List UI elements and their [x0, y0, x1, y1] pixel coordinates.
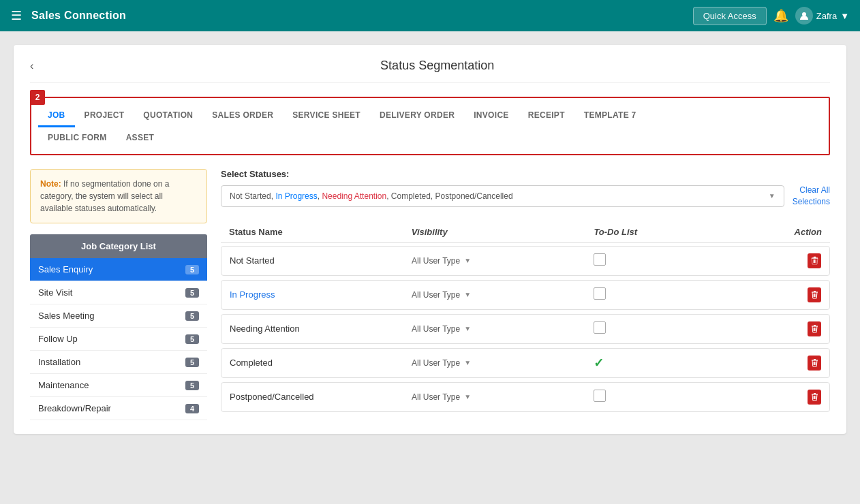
tab-public-form[interactable]: PUBLIC FORM — [38, 127, 117, 150]
category-item-follow-up[interactable]: Follow Up 5 — [30, 328, 207, 351]
tab-badge: 2 — [30, 90, 45, 105]
action-delete-completed[interactable] — [730, 356, 821, 371]
todo-checkbox-in-progress[interactable] — [594, 287, 730, 302]
user-area[interactable]: Zafra ▼ — [795, 7, 849, 25]
category-label: Site Visit — [38, 287, 72, 298]
category-badge: 5 — [185, 288, 199, 298]
visibility-dropdown-in-progress[interactable]: All User Type ▼ — [412, 290, 594, 300]
select-statuses-label: Select Statuses: — [221, 169, 830, 179]
todo-checkbox-not-started[interactable] — [594, 253, 730, 268]
status-dropdown-text: Not Started, In Progress, Needing Attent… — [230, 191, 513, 201]
visibility-chevron-icon: ▼ — [464, 291, 471, 298]
category-label: Maintenance — [38, 380, 89, 390]
col-visibility: Visibility — [412, 227, 594, 237]
table-row: Not Started All User Type ▼ — [221, 246, 830, 276]
tab-job[interactable]: JOB — [38, 105, 75, 127]
clear-all-button[interactable]: Clear AllSelections — [793, 185, 830, 208]
category-item-sales-meeting[interactable]: Sales Meeting 5 — [30, 304, 207, 328]
col-todo: To-Do List — [594, 227, 731, 237]
status-completed: Completed — [230, 358, 412, 368]
topnav: ☰ Sales Connection Quick Access 🔔 Zafra … — [0, 0, 860, 31]
back-button[interactable]: ‹ — [30, 60, 33, 72]
tab-asset[interactable]: ASSET — [117, 127, 164, 150]
category-item-site-visit[interactable]: Site Visit 5 — [30, 281, 207, 304]
category-badge: 5 — [185, 381, 199, 390]
tab-project[interactable]: PROJECT — [75, 105, 134, 127]
category-item-maintenance[interactable]: Maintenance 5 — [30, 374, 207, 397]
tab-receipt[interactable]: RECEIPT — [519, 105, 574, 127]
action-delete-postponed[interactable] — [730, 390, 821, 405]
page-header: ‹ Status Segmentation — [30, 59, 830, 83]
trash-icon — [808, 390, 821, 405]
category-item-sales-enquiry[interactable]: Sales Enquiry 5 — [30, 258, 207, 281]
visibility-dropdown-completed[interactable]: All User Type ▼ — [412, 358, 594, 368]
trash-icon — [808, 356, 821, 371]
left-panel: Note: If no segmentation done on a categ… — [30, 169, 207, 420]
table-row: Needing Attention All User Type ▼ — [221, 314, 830, 344]
status-postponed: Postponed/Cancelled — [230, 392, 412, 402]
category-badge: 5 — [185, 311, 199, 321]
notification-icon[interactable]: 🔔 — [773, 8, 788, 23]
status-not-started: Not Started — [230, 255, 412, 266]
tab-service-sheet[interactable]: SERVICE SHEET — [283, 105, 370, 127]
visibility-dropdown-needing[interactable]: All User Type ▼ — [412, 324, 594, 334]
col-status-name: Status Name — [229, 227, 412, 237]
tab-quotation[interactable]: QUOTATION — [134, 105, 202, 127]
category-item-breakdown-repair[interactable]: Breakdown/Repair 4 — [30, 397, 207, 420]
tab-invoice[interactable]: INVOICE — [464, 105, 518, 127]
table-row: In Progress All User Type ▼ — [221, 280, 830, 310]
status-needing-attention: Needing Attention — [230, 324, 412, 334]
checkbox-icon — [594, 287, 606, 300]
app-title: Sales Connection — [31, 10, 693, 22]
dropdown-chevron-icon: ▼ — [769, 192, 775, 200]
right-panel: Select Statuses: Not Started, In Progres… — [221, 169, 830, 420]
visibility-chevron-icon: ▼ — [464, 325, 471, 332]
checkbox-icon — [594, 321, 606, 334]
checkbox-icon — [594, 390, 606, 402]
checkmark-icon: ✓ — [594, 356, 604, 370]
category-item-installation[interactable]: Installation 5 — [30, 351, 207, 374]
tab-sales-order[interactable]: SALES ORDER — [202, 105, 283, 127]
visibility-label: All User Type — [412, 358, 460, 368]
category-label: Follow Up — [38, 334, 78, 344]
table-row: Postponed/Cancelled All User Type ▼ — [221, 382, 830, 412]
card: ‹ Status Segmentation 2 JOB PROJECT QUOT… — [14, 45, 846, 434]
category-label: Sales Enquiry — [38, 264, 93, 274]
page-title: Status Segmentation — [44, 59, 830, 73]
status-in-progress: In Progress — [230, 289, 412, 300]
category-label: Sales Meeting — [38, 311, 94, 321]
todo-checkbox-postponed[interactable] — [594, 390, 730, 404]
visibility-label: All User Type — [412, 392, 460, 402]
category-badge: 5 — [185, 358, 199, 367]
status-dropdown[interactable]: Not Started, In Progress, Needing Attent… — [221, 185, 784, 207]
tabs-row-2: PUBLIC FORM ASSET — [38, 127, 822, 154]
action-delete-not-started[interactable] — [730, 253, 821, 268]
tab-delivery-order[interactable]: DELIVERY ORDER — [370, 105, 464, 127]
todo-checkbox-needing[interactable] — [594, 321, 730, 336]
category-badge: 5 — [185, 265, 199, 274]
needing-attention-text: Needing Attention — [322, 191, 386, 201]
todo-checkmark-completed[interactable]: ✓ — [594, 356, 730, 371]
menu-icon[interactable]: ☰ — [11, 8, 22, 23]
in-progress-text: In Progress — [275, 191, 317, 201]
category-label: Breakdown/Repair — [38, 403, 111, 413]
checkbox-icon — [594, 253, 606, 266]
tab-template7[interactable]: TEMPLATE 7 — [574, 105, 646, 127]
visibility-dropdown-postponed[interactable]: All User Type ▼ — [412, 392, 594, 402]
user-chevron: ▼ — [840, 11, 849, 21]
action-delete-needing[interactable] — [730, 321, 821, 336]
action-delete-in-progress[interactable] — [730, 287, 821, 302]
user-name: Zafra — [816, 11, 837, 21]
tabs-container: 2 JOB PROJECT QUOTATION SALES ORDER SERV… — [30, 97, 830, 155]
topnav-right: Quick Access 🔔 Zafra ▼ — [693, 7, 849, 25]
visibility-label: All User Type — [412, 256, 460, 266]
user-avatar — [795, 7, 813, 25]
visibility-dropdown-not-started[interactable]: All User Type ▼ — [412, 256, 594, 266]
category-badge: 4 — [185, 404, 199, 413]
two-col-layout: Note: If no segmentation done on a categ… — [30, 169, 830, 420]
trash-icon — [808, 287, 821, 302]
quick-access-button[interactable]: Quick Access — [693, 7, 767, 25]
col-action: Action — [731, 227, 822, 237]
category-list-header: Job Category List — [30, 234, 207, 258]
category-badge: 5 — [185, 334, 199, 344]
